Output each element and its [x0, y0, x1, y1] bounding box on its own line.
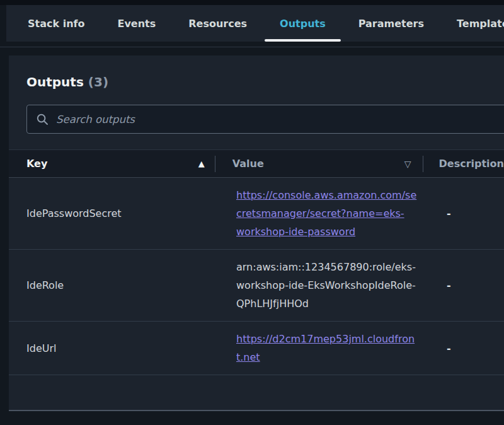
search-outputs-input[interactable] [55, 113, 504, 126]
tab-stack-info[interactable]: Stack info [11, 5, 101, 42]
output-value: arn:aws:iam::1234567890:role/eks-worksho… [219, 258, 431, 313]
outputs-table-header: Key ▲ Value ▽ Description [9, 149, 504, 178]
table-row: IdeRole arn:aws:iam::1234567890:role/eks… [9, 250, 504, 322]
output-description: - [431, 279, 504, 291]
column-header-value[interactable]: Value ▽ [215, 158, 423, 170]
outputs-panel: Outputs (3) Key ▲ Value ▽ Description Id… [9, 55, 504, 411]
output-key: IdePasswordSecret [9, 207, 219, 219]
output-value: https://d2cm17mep53jml.cloudfront.net [219, 330, 431, 366]
output-description: - [431, 207, 504, 219]
sort-inactive-icon[interactable]: ▽ [404, 159, 411, 169]
tab-template[interactable]: Template [440, 5, 504, 42]
sort-ascending-icon[interactable]: ▲ [198, 159, 205, 168]
output-description: - [431, 342, 504, 354]
column-header-description[interactable]: Description [423, 158, 504, 170]
page-title: Outputs (3) [26, 74, 486, 90]
tabbar-bottom-rule [0, 47, 504, 47]
output-value-link[interactable]: https://console.aws.amazon.com/secretsma… [236, 189, 416, 238]
table-row: IdeUrl https://d2cm17mep53jml.cloudfront… [9, 322, 504, 375]
tab-outputs[interactable]: Outputs [263, 5, 342, 42]
outputs-count-badge: (3) [88, 74, 108, 90]
output-key: IdeRole [9, 279, 219, 291]
output-value-text: arn:aws:iam::1234567890:role/eks-worksho… [236, 261, 416, 310]
output-key: IdeUrl [9, 342, 219, 354]
output-value-link[interactable]: https://d2cm17mep53jml.cloudfront.net [236, 333, 415, 363]
search-icon [36, 113, 49, 125]
outputs-panel-header: Outputs (3) [9, 55, 504, 91]
stack-detail-tabs: Stack info Events Resources Outputs Para… [6, 5, 504, 42]
column-value-label: Value [232, 158, 264, 170]
output-value: https://console.aws.amazon.com/secretsma… [219, 186, 431, 241]
column-header-key[interactable]: Key ▲ [9, 158, 215, 170]
column-key-label: Key [26, 158, 47, 170]
outputs-table: Key ▲ Value ▽ Description IdePasswordSec… [9, 149, 504, 375]
table-row: IdePasswordSecret https://console.aws.am… [9, 178, 504, 250]
tab-events[interactable]: Events [101, 5, 173, 42]
window-top-edge [0, 0, 504, 5]
search-outputs-box[interactable] [26, 105, 504, 134]
outputs-title-text: Outputs [26, 74, 84, 90]
tab-parameters[interactable]: Parameters [342, 5, 440, 42]
tab-resources[interactable]: Resources [172, 5, 263, 42]
